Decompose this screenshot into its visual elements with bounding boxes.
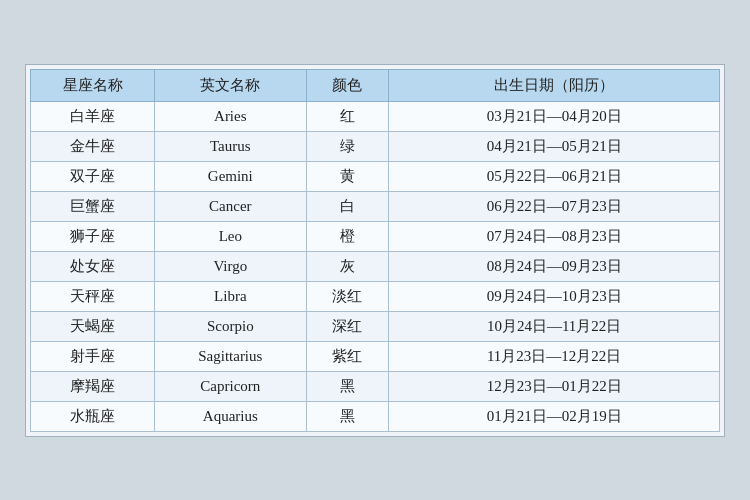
table-row: 白羊座Aries红03月21日—04月20日 xyxy=(31,101,720,131)
table-row: 双子座Gemini黄05月22日—06月21日 xyxy=(31,161,720,191)
cell-chinese: 金牛座 xyxy=(31,131,155,161)
cell-english: Virgo xyxy=(155,251,307,281)
cell-english: Taurus xyxy=(155,131,307,161)
table-row: 射手座Sagittarius紫红11月23日—12月22日 xyxy=(31,341,720,371)
cell-english: Scorpio xyxy=(155,311,307,341)
cell-english: Capricorn xyxy=(155,371,307,401)
cell-date: 08月24日—09月23日 xyxy=(389,251,720,281)
cell-color: 红 xyxy=(306,101,389,131)
cell-color: 紫红 xyxy=(306,341,389,371)
table-row: 天秤座Libra淡红09月24日—10月23日 xyxy=(31,281,720,311)
header-date: 出生日期（阳历） xyxy=(389,69,720,101)
cell-date: 01月21日—02月19日 xyxy=(389,401,720,431)
cell-date: 09月24日—10月23日 xyxy=(389,281,720,311)
cell-date: 11月23日—12月22日 xyxy=(389,341,720,371)
cell-date: 05月22日—06月21日 xyxy=(389,161,720,191)
cell-date: 06月22日—07月23日 xyxy=(389,191,720,221)
cell-chinese: 天蝎座 xyxy=(31,311,155,341)
table-row: 天蝎座Scorpio深红10月24日—11月22日 xyxy=(31,311,720,341)
table-row: 处女座Virgo灰08月24日—09月23日 xyxy=(31,251,720,281)
cell-chinese: 天秤座 xyxy=(31,281,155,311)
cell-english: Sagittarius xyxy=(155,341,307,371)
cell-color: 淡红 xyxy=(306,281,389,311)
cell-color: 黑 xyxy=(306,401,389,431)
cell-chinese: 射手座 xyxy=(31,341,155,371)
zodiac-table-container: 星座名称 英文名称 颜色 出生日期（阳历） 白羊座Aries红03月21日—04… xyxy=(25,64,725,437)
cell-date: 12月23日—01月22日 xyxy=(389,371,720,401)
cell-date: 07月24日—08月23日 xyxy=(389,221,720,251)
cell-color: 黄 xyxy=(306,161,389,191)
header-chinese: 星座名称 xyxy=(31,69,155,101)
cell-date: 10月24日—11月22日 xyxy=(389,311,720,341)
cell-chinese: 巨蟹座 xyxy=(31,191,155,221)
cell-color: 深红 xyxy=(306,311,389,341)
cell-date: 04月21日—05月21日 xyxy=(389,131,720,161)
cell-chinese: 水瓶座 xyxy=(31,401,155,431)
table-row: 金牛座Taurus绿04月21日—05月21日 xyxy=(31,131,720,161)
cell-color: 绿 xyxy=(306,131,389,161)
cell-english: Leo xyxy=(155,221,307,251)
cell-english: Aquarius xyxy=(155,401,307,431)
cell-english: Cancer xyxy=(155,191,307,221)
cell-color: 灰 xyxy=(306,251,389,281)
cell-chinese: 双子座 xyxy=(31,161,155,191)
cell-english: Aries xyxy=(155,101,307,131)
cell-color: 橙 xyxy=(306,221,389,251)
table-row: 水瓶座Aquarius黑01月21日—02月19日 xyxy=(31,401,720,431)
cell-chinese: 处女座 xyxy=(31,251,155,281)
header-english: 英文名称 xyxy=(155,69,307,101)
table-body: 白羊座Aries红03月21日—04月20日金牛座Taurus绿04月21日—0… xyxy=(31,101,720,431)
table-row: 巨蟹座Cancer白06月22日—07月23日 xyxy=(31,191,720,221)
table-header-row: 星座名称 英文名称 颜色 出生日期（阳历） xyxy=(31,69,720,101)
cell-chinese: 摩羯座 xyxy=(31,371,155,401)
table-row: 摩羯座Capricorn黑12月23日—01月22日 xyxy=(31,371,720,401)
zodiac-table: 星座名称 英文名称 颜色 出生日期（阳历） 白羊座Aries红03月21日—04… xyxy=(30,69,720,432)
cell-chinese: 狮子座 xyxy=(31,221,155,251)
header-color: 颜色 xyxy=(306,69,389,101)
cell-color: 白 xyxy=(306,191,389,221)
cell-english: Libra xyxy=(155,281,307,311)
cell-date: 03月21日—04月20日 xyxy=(389,101,720,131)
table-row: 狮子座Leo橙07月24日—08月23日 xyxy=(31,221,720,251)
cell-chinese: 白羊座 xyxy=(31,101,155,131)
cell-color: 黑 xyxy=(306,371,389,401)
cell-english: Gemini xyxy=(155,161,307,191)
